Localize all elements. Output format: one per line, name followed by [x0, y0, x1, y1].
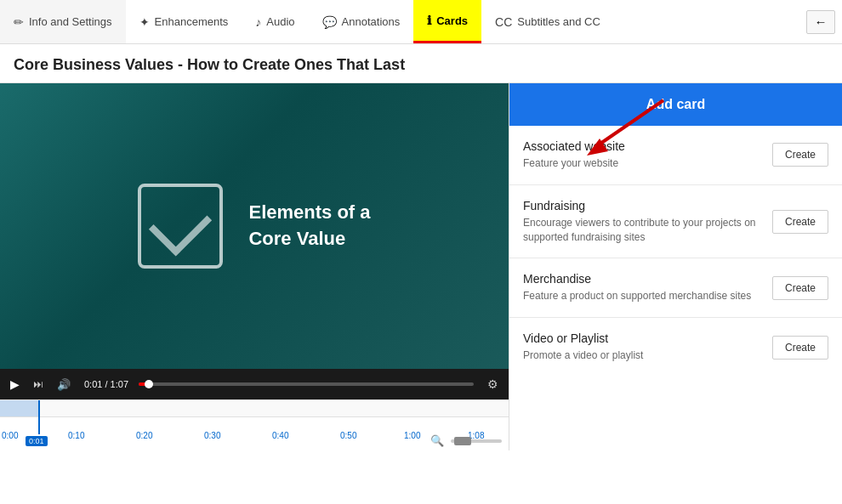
tab-subtitles[interactable]: CC Subtitles and CC	[481, 0, 614, 43]
create-merchandise-button[interactable]: Create	[772, 276, 828, 300]
video-controls: ▶ ⏭ 🔊 0:01 / 1:07 ⚙	[0, 369, 509, 399]
settings-button[interactable]: ⚙	[484, 376, 502, 393]
checkbox-graphic	[138, 184, 223, 269]
card-title: Associated website	[523, 139, 759, 153]
create-associated-website-button[interactable]: Create	[772, 143, 828, 167]
video-content: Elements of a Core Value	[138, 184, 370, 269]
tab-annotations[interactable]: 💬 Annotations	[309, 0, 414, 43]
timeline-track[interactable]	[0, 400, 509, 417]
card-option-fundraising: Fundraising Encourage viewers to contrib…	[509, 185, 842, 259]
tl-label-10: 0:10	[68, 431, 84, 440]
note-icon: ♪	[255, 15, 261, 29]
tl-label-30: 0:30	[204, 431, 220, 440]
info-circle-icon: ℹ	[427, 14, 431, 27]
tab-audio[interactable]: ♪ Audio	[242, 0, 308, 43]
progress-handle	[145, 380, 153, 388]
video-panel: Elements of a Core Value ▶ ⏭ 🔊 0:01 / 1:…	[0, 83, 509, 450]
card-title: Fundraising	[523, 199, 759, 212]
tl-label-100: 1:00	[404, 431, 420, 440]
card-option-merchandise: Merchandise Feature a product on support…	[509, 258, 842, 318]
card-desc: Feature a product on supported merchandi…	[523, 289, 759, 303]
zoom-handle	[454, 437, 471, 445]
page-title: Core Business Values - How to Create One…	[0, 44, 842, 83]
wand-icon: ✦	[139, 15, 150, 29]
tab-info[interactable]: ✏ Info and Settings	[0, 0, 126, 43]
create-video-playlist-button[interactable]: Create	[772, 336, 828, 360]
play-button[interactable]: ▶	[7, 376, 23, 393]
create-fundraising-button[interactable]: Create	[772, 210, 828, 234]
card-info-associated-website: Associated website Feature your website	[523, 139, 772, 171]
card-desc: Encourage viewers to contribute to your …	[523, 216, 759, 245]
progress-fill	[139, 382, 149, 386]
back-arrow-icon: ←	[815, 14, 828, 29]
card-desc: Feature your website	[523, 156, 759, 171]
cards-panel: Add card Associated website Feature your…	[509, 83, 842, 450]
time-display: 0:01 / 1:07	[84, 379, 128, 389]
video-display[interactable]: Elements of a Core Value	[0, 83, 509, 369]
tl-label-0: 0:00	[2, 431, 18, 440]
skip-button[interactable]: ⏭	[30, 377, 47, 392]
timeline-area: 0:01 0:00 0:10 0:20 0:30 0:40 0:50 1:00 …	[0, 399, 509, 450]
tab-cards[interactable]: ℹ Cards	[413, 0, 481, 43]
main-content: Elements of a Core Value ▶ ⏭ 🔊 0:01 / 1:…	[0, 83, 842, 450]
card-title: Video or Playlist	[523, 331, 759, 345]
pencil-icon: ✏	[14, 15, 24, 29]
checkmark-icon	[149, 193, 212, 256]
progress-bar[interactable]	[139, 382, 474, 386]
comment-icon: 💬	[322, 15, 337, 29]
zoom-slider[interactable]	[451, 439, 502, 443]
card-info-merchandise: Merchandise Feature a product on support…	[523, 272, 772, 303]
cc-icon: CC	[495, 15, 512, 29]
back-button[interactable]: ←	[806, 10, 835, 34]
top-nav: ✏ Info and Settings ✦ Enhancements ♪ Aud…	[0, 0, 842, 44]
card-desc: Promote a video or playlist	[523, 348, 759, 363]
card-option-video-playlist: Video or Playlist Promote a video or pla…	[509, 318, 842, 377]
timeline-current-time: 0:01	[26, 436, 48, 446]
video-overlay-text: Elements of a Core Value	[248, 200, 370, 252]
zoom-icon[interactable]: 🔍	[430, 434, 444, 447]
card-info-video-playlist: Video or Playlist Promote a video or pla…	[523, 331, 772, 363]
tl-label-20: 0:20	[136, 431, 152, 440]
volume-button[interactable]: 🔊	[54, 377, 74, 393]
card-info-fundraising: Fundraising Encourage viewers to contrib…	[523, 199, 772, 245]
card-title: Merchandise	[523, 272, 759, 286]
add-card-button[interactable]: Add card	[509, 83, 842, 126]
card-option-associated-website: Associated website Feature your website …	[509, 126, 842, 185]
timeline-zoom-controls: 🔍	[430, 434, 502, 447]
timeline-progress	[0, 400, 38, 416]
tab-enhancements[interactable]: ✦ Enhancements	[126, 0, 242, 43]
tl-label-50: 0:50	[340, 431, 356, 440]
tl-label-40: 0:40	[272, 431, 288, 440]
